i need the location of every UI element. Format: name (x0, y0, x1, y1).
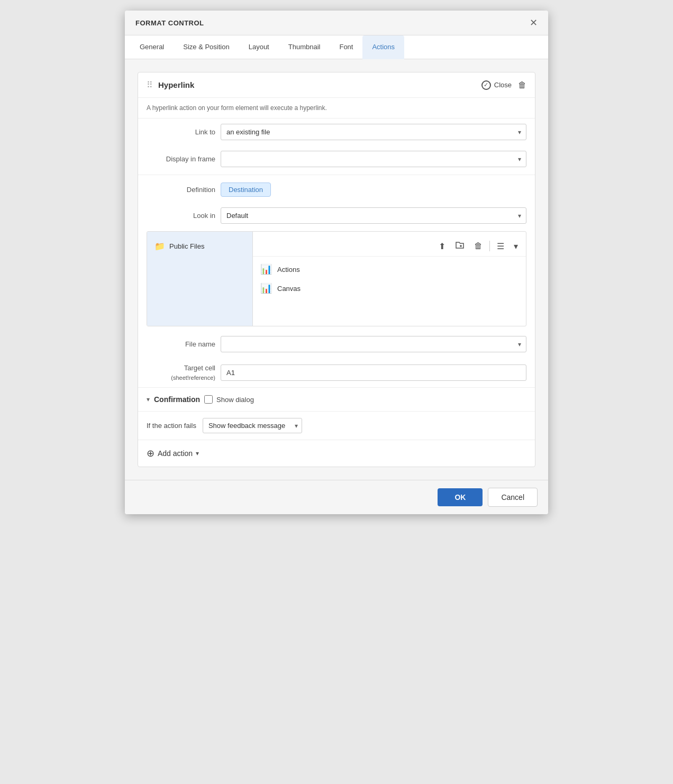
link-to-select-wrapper: an existing file ▾ (221, 124, 526, 140)
report-icon-actions: 📊 (260, 263, 272, 275)
fail-action-section: If the action fails Show feedback messag… (138, 411, 535, 440)
link-to-row: Link to an existing file ▾ (138, 118, 535, 145)
file-toolbar: ⬆ 🗑 ☰ ▾ (253, 236, 526, 257)
file-item-canvas-label: Canvas (277, 285, 301, 293)
toolbar-divider (489, 241, 490, 251)
section-actions: ✓ Close 🗑 (481, 80, 526, 90)
display-in-frame-select-wrapper: ▾ (221, 151, 526, 167)
up-button[interactable]: ⬆ (436, 240, 448, 252)
confirmation-label: Confirmation (154, 395, 200, 404)
confirmation-section: ▾ Confirmation Show dialog (138, 387, 535, 411)
target-cell-label: Target cell (184, 364, 215, 372)
target-cell-sublabel: (sheet!reference) (171, 375, 215, 381)
dialog-close-button[interactable]: ✕ (530, 18, 538, 28)
delete-button[interactable]: 🗑 (518, 80, 526, 90)
definition-row: Definition Destination (138, 177, 535, 202)
file-item-actions[interactable]: 📊 Actions (253, 260, 526, 279)
section-description: A hyperlink action on your form element … (138, 98, 535, 118)
public-files-folder[interactable]: 📁 Public Files (147, 237, 252, 256)
tabs-bar: General Size & Position Layout Thumbnail… (125, 35, 548, 59)
file-name-label: File name (147, 340, 215, 348)
content-area: ⠿ Hyperlink ✓ Close 🗑 A hyperlink action… (138, 72, 535, 467)
look-in-select-wrapper: Default ▾ (221, 207, 526, 224)
format-control-dialog: FORMAT CONTROL ✕ General Size & Position… (125, 11, 548, 514)
fail-select-wrapper: Show feedback message Do nothing Show er… (203, 418, 302, 433)
show-dialog-checkbox[interactable] (204, 395, 213, 404)
look-in-row: Look in Default ▾ (138, 202, 535, 229)
link-to-label: Link to (147, 128, 215, 136)
dialog-title: FORMAT CONTROL (135, 19, 204, 27)
add-icon: ⊕ (147, 448, 154, 459)
folder-label: Public Files (169, 242, 204, 250)
file-name-select-wrapper: ▾ (221, 336, 526, 352)
view-button[interactable]: ☰ (494, 240, 507, 252)
tab-layout[interactable]: Layout (239, 35, 279, 59)
delete-file-button[interactable]: 🗑 (471, 240, 485, 252)
definition-destination-button[interactable]: Destination (221, 183, 271, 197)
add-action-chevron-icon: ▾ (196, 450, 199, 457)
show-dialog-label: Show dialog (216, 396, 254, 404)
file-list: 📊 Actions 📊 Canvas (253, 257, 526, 301)
target-cell-input[interactable] (221, 364, 526, 381)
add-action-section: ⊕ Add action ▾ (138, 440, 535, 467)
dialog-footer: OK Cancel (125, 480, 548, 514)
ok-button[interactable]: OK (438, 488, 483, 506)
look-in-select[interactable]: Default (221, 207, 526, 224)
file-item-actions-label: Actions (277, 266, 300, 274)
fail-action-label: If the action fails (147, 422, 196, 430)
section-title: Hyperlink (158, 80, 194, 89)
file-sidebar: 📁 Public Files (147, 232, 253, 326)
look-in-label: Look in (147, 212, 215, 220)
folder-icon: 📁 (154, 241, 165, 251)
add-action-button[interactable]: ⊕ Add action ▾ (147, 448, 199, 459)
dialog-header: FORMAT CONTROL ✕ (125, 11, 548, 35)
file-main-area: ⬆ 🗑 ☰ ▾ (253, 232, 526, 326)
check-circle-icon: ✓ (481, 80, 491, 90)
definition-label: Definition (147, 186, 215, 194)
section-header: ⠿ Hyperlink ✓ Close 🗑 (138, 72, 535, 98)
tab-general[interactable]: General (130, 35, 174, 59)
report-icon-canvas: 📊 (260, 282, 272, 294)
view-chevron-button[interactable]: ▾ (511, 240, 521, 252)
tab-font[interactable]: Font (330, 35, 362, 59)
collapse-icon[interactable]: ▾ (147, 396, 150, 403)
fail-action-select[interactable]: Show feedback message Do nothing Show er… (203, 418, 302, 433)
display-in-frame-select[interactable] (221, 151, 526, 167)
new-folder-button[interactable] (452, 239, 467, 253)
tab-actions[interactable]: Actions (362, 35, 404, 59)
display-in-frame-row: Display in frame ▾ (138, 145, 535, 172)
section-title-row: ⠿ Hyperlink (147, 80, 194, 90)
show-dialog-checkbox-label[interactable]: Show dialog (204, 395, 254, 404)
close-btn-label: Close (494, 81, 512, 89)
cancel-button[interactable]: Cancel (488, 488, 538, 507)
file-browser: 📁 Public Files ⬆ (147, 231, 526, 326)
link-to-select[interactable]: an existing file (221, 124, 526, 140)
tab-size-position[interactable]: Size & Position (174, 35, 239, 59)
target-cell-row: Target cell (sheet!reference) (138, 358, 535, 387)
display-in-frame-label: Display in frame (147, 155, 215, 163)
file-name-row: File name ▾ (138, 331, 535, 358)
tab-thumbnail[interactable]: Thumbnail (279, 35, 330, 59)
drag-handle-icon[interactable]: ⠿ (147, 80, 153, 90)
section-close-button[interactable]: ✓ Close (481, 80, 512, 90)
add-action-label: Add action (158, 449, 193, 458)
file-name-select[interactable] (221, 336, 526, 352)
file-item-canvas[interactable]: 📊 Canvas (253, 279, 526, 298)
